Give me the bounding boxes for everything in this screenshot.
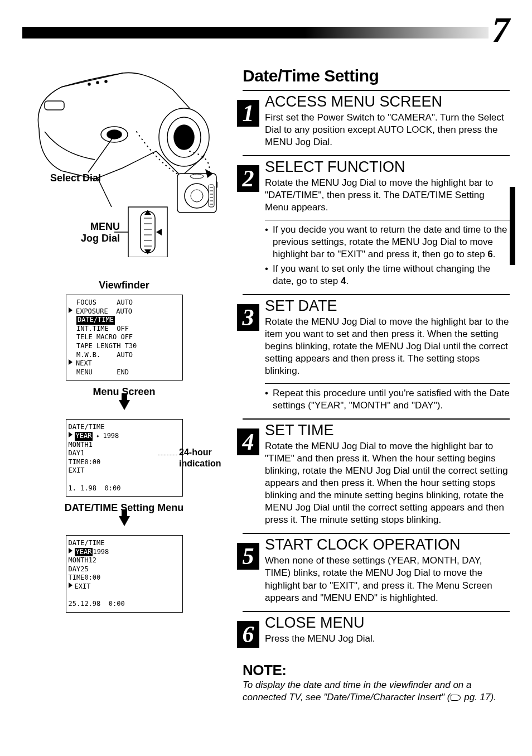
svg-rect-12 bbox=[141, 211, 155, 253]
datetime-screen-1-wrap: DATE/TIME YEAR ✦1998 MONTH 1 DAY 1 TIME … bbox=[22, 419, 226, 497]
bullet-item: If you want to set only the time without… bbox=[265, 263, 510, 287]
screen-title: DATE/TIME bbox=[69, 539, 180, 548]
step-body: First set the Power Switch to "CAMERA". … bbox=[265, 112, 510, 148]
down-arrow-icon bbox=[119, 400, 130, 410]
datetime-screen-1: DATE/TIME YEAR ✦1998 MONTH 1 DAY 1 TIME … bbox=[66, 419, 183, 497]
step-bullets: If you decide you want to return the dat… bbox=[265, 224, 510, 287]
menu-row: TIME 0:00 bbox=[69, 574, 180, 582]
callout-line bbox=[158, 455, 177, 455]
menu-row: YEAR ✦1998 bbox=[69, 432, 180, 441]
menu-row: EXIT bbox=[69, 466, 180, 475]
side-tab bbox=[510, 187, 515, 265]
select-dial-label: Select Dial bbox=[50, 172, 101, 184]
menu-row: MONTH 1 bbox=[69, 441, 180, 450]
screen-footer: 25.12.98 0:00 bbox=[69, 600, 180, 609]
header-gradient-bar bbox=[22, 27, 510, 38]
svg-point-17 bbox=[190, 174, 204, 179]
step-4: 4 SET TIME Rotate the MENU Jog Dial to m… bbox=[243, 418, 510, 527]
menu-row: MENU END bbox=[69, 368, 180, 377]
note-heading: NOTE: bbox=[243, 662, 510, 679]
svg-point-7 bbox=[105, 80, 107, 83]
page-ref-icon bbox=[451, 695, 461, 701]
step-body: Rotate the MENU Jog Dial to move the hig… bbox=[265, 316, 510, 377]
step-heading: SELECT FUNCTION bbox=[265, 158, 510, 176]
menu-row: FOCUS AUTO bbox=[69, 298, 180, 307]
menu-row: INT.TIME OFF bbox=[69, 325, 180, 334]
menu-row bbox=[69, 591, 180, 600]
menu-row-highlighted: DATE/TIME bbox=[69, 316, 180, 325]
step-number: 6 bbox=[237, 621, 259, 648]
menu-row: M.W.B. AUTO bbox=[69, 351, 180, 360]
step-number: 1 bbox=[237, 100, 259, 127]
svg-point-4 bbox=[107, 130, 122, 139]
down-arrow-icon bbox=[119, 516, 130, 526]
menu-jog-dial-label: MENU Jog Dial bbox=[75, 221, 120, 244]
step-1: 1 ACCESS MENU SCREEN First set the Power… bbox=[243, 90, 510, 148]
step-body: Rotate the MENU Jog Dial to move the hig… bbox=[265, 177, 510, 214]
page-number: 7 bbox=[489, 12, 510, 48]
step-number: 3 bbox=[237, 304, 259, 331]
step-6: 6 CLOSE MENU Press the MENU Jog Dial. bbox=[243, 611, 510, 645]
page-header: 7 bbox=[22, 20, 510, 62]
screen-footer: 1. 1.98 0:00 bbox=[69, 484, 180, 493]
step-number: 2 bbox=[237, 165, 259, 192]
step-bullets: Repeat this procedure until you're satis… bbox=[265, 387, 510, 412]
step-number: 4 bbox=[237, 428, 259, 455]
step-heading: START CLOCK OPERATION bbox=[265, 536, 510, 553]
step-number: 5 bbox=[237, 543, 259, 570]
hour-indication-note: 24-hourindication bbox=[179, 447, 221, 468]
svg-point-19 bbox=[191, 190, 203, 202]
step-heading: ACCESS MENU SCREEN bbox=[265, 93, 510, 110]
divider bbox=[265, 383, 510, 384]
svg-point-2 bbox=[174, 125, 194, 150]
step-heading: CLOSE MENU bbox=[265, 614, 510, 632]
divider bbox=[265, 220, 510, 220]
step-5: 5 START CLOCK OPERATION When none of the… bbox=[243, 533, 510, 604]
menu-row: TAPE LENGTH T30 bbox=[69, 342, 180, 351]
svg-point-6 bbox=[96, 81, 99, 84]
viewfinder-label: Viewfinder bbox=[22, 280, 226, 291]
camera-illustration bbox=[28, 68, 217, 257]
step-body: Press the MENU Jog Dial. bbox=[265, 633, 510, 645]
camera-figure: Select Dial MENU Jog Dial bbox=[28, 68, 217, 257]
step-body: Rotate the MENU Jog Dial to move the hig… bbox=[265, 440, 510, 527]
menu-row: DAY 25 bbox=[69, 565, 180, 574]
step-2: 2 SELECT FUNCTION Rotate the MENU Jog Di… bbox=[243, 155, 510, 287]
screen-title: DATE/TIME bbox=[69, 423, 180, 432]
menu-row: EXIT bbox=[69, 582, 180, 591]
menu-row: TELE MACRO OFF bbox=[69, 333, 180, 342]
section-title: Date/Time Setting bbox=[243, 68, 510, 84]
step-body: When none of these settings (YEAR, MONTH… bbox=[265, 555, 510, 604]
step-heading: SET TIME bbox=[265, 422, 510, 439]
bullet-item: Repeat this procedure until you're satis… bbox=[265, 387, 510, 412]
svg-rect-20 bbox=[209, 185, 214, 207]
menu-row bbox=[69, 475, 180, 484]
menu-row: MONTH 12 bbox=[69, 556, 180, 565]
svg-point-5 bbox=[88, 83, 90, 85]
menu-row: YEAR 1998 bbox=[69, 548, 180, 557]
menu-row: EXPOSURE AUTO bbox=[69, 307, 180, 316]
step-3: 3 SET DATE Rotate the MENU Jog Dial to m… bbox=[243, 294, 510, 412]
menu-row: NEXT bbox=[69, 359, 180, 368]
datetime-screen-2: DATE/TIME YEAR 1998 MONTH 12 DAY 25 TIME… bbox=[66, 535, 183, 613]
bullet-item: If you decide you want to return the dat… bbox=[265, 224, 510, 261]
note-body: To display the date and time in the view… bbox=[243, 679, 510, 704]
step-heading: SET DATE bbox=[265, 297, 510, 315]
left-column: Select Dial MENU Jog Dial Viewfinder FOC… bbox=[22, 62, 226, 704]
menu-row: TIME 0:00 bbox=[69, 458, 180, 467]
right-column: Date/Time Setting 1 ACCESS MENU SCREEN F… bbox=[243, 62, 510, 704]
viewfinder-screen: FOCUS AUTO EXPOSURE AUTO DATE/TIME INT.T… bbox=[66, 295, 183, 381]
menu-row: DAY 1 bbox=[69, 449, 180, 458]
svg-rect-8 bbox=[45, 101, 64, 110]
